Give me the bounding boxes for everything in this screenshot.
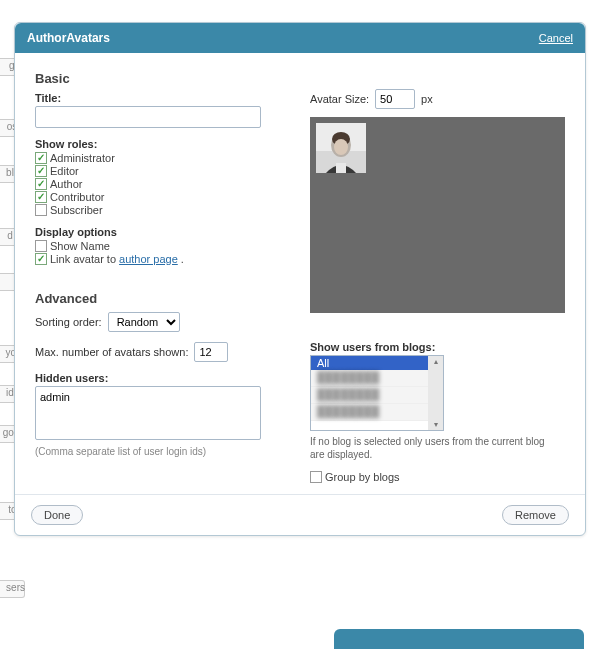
partial-widget-below (334, 629, 584, 649)
max-avatars-label: Max. number of avatars shown: (35, 346, 188, 358)
role-checkbox-contributor[interactable]: ✓ (35, 191, 47, 203)
display-label-prefix: Link avatar to (50, 253, 116, 265)
display-options-label: Display options (35, 226, 282, 238)
author-page-link[interactable]: author page (119, 253, 178, 265)
role-label: Subscriber (50, 204, 103, 216)
title-label: Title: (35, 92, 282, 104)
sidebar-fragment: sers (6, 582, 25, 593)
title-input[interactable] (35, 106, 261, 128)
blog-option-blurred[interactable]: ████████ (311, 404, 428, 421)
avatar-preview-area (310, 117, 565, 313)
role-label: Contributor (50, 191, 104, 203)
blogs-heading: Show users from blogs: (310, 341, 565, 353)
sorting-select[interactable]: Random (108, 312, 180, 332)
blogs-note: If no blog is selected only users from t… (310, 435, 560, 461)
display-checkbox-linkavatar[interactable]: ✓ (35, 253, 47, 265)
avatar-size-unit: px (421, 93, 433, 105)
hidden-users-label: Hidden users: (35, 372, 282, 384)
done-button[interactable]: Done (31, 505, 83, 525)
blog-option-blurred[interactable]: ████████ (311, 370, 428, 387)
listbox-scrollbar[interactable]: ▴ ▾ (428, 356, 443, 430)
role-checkbox-subscriber[interactable]: ✓ (35, 204, 47, 216)
role-checkbox-editor[interactable]: ✓ (35, 165, 47, 177)
blog-option-all[interactable]: All (311, 356, 428, 370)
remove-button[interactable]: Remove (502, 505, 569, 525)
scroll-up-icon[interactable]: ▴ (434, 356, 438, 367)
max-avatars-input[interactable] (194, 342, 228, 362)
cancel-link[interactable]: Cancel (539, 32, 573, 44)
blog-option-blurred[interactable]: ████████ (311, 387, 428, 404)
advanced-heading: Advanced (35, 291, 282, 306)
display-label-suffix: . (181, 253, 184, 265)
widget-title: AuthorAvatars (27, 31, 110, 45)
widget-header: AuthorAvatars Cancel (15, 23, 585, 53)
role-label: Editor (50, 165, 79, 177)
hidden-users-help: (Comma separate list of user login ids) (35, 446, 282, 457)
basic-heading: Basic (35, 71, 282, 86)
avatar-image (316, 123, 366, 173)
group-by-blogs-checkbox[interactable]: ✓ (310, 471, 322, 483)
role-label: Administrator (50, 152, 115, 164)
display-checkbox-showname[interactable]: ✓ (35, 240, 47, 252)
scroll-down-icon[interactable]: ▾ (434, 419, 438, 430)
widget-panel: AuthorAvatars Cancel Basic Title: Show r… (14, 22, 586, 536)
blogs-listbox[interactable]: All ████████ ████████ ████████ ▴ ▾ (310, 355, 444, 431)
svg-point-4 (334, 139, 348, 155)
hidden-users-textarea[interactable]: admin (35, 386, 261, 440)
role-checkbox-administrator[interactable]: ✓ (35, 152, 47, 164)
show-roles-label: Show roles: (35, 138, 282, 150)
avatar-size-input[interactable] (375, 89, 415, 109)
display-label: Show Name (50, 240, 110, 252)
svg-rect-5 (336, 163, 346, 173)
avatar-size-label: Avatar Size: (310, 93, 369, 105)
sorting-label: Sorting order: (35, 316, 102, 328)
group-by-blogs-label: Group by blogs (325, 471, 400, 483)
role-checkbox-author[interactable]: ✓ (35, 178, 47, 190)
role-label: Author (50, 178, 82, 190)
